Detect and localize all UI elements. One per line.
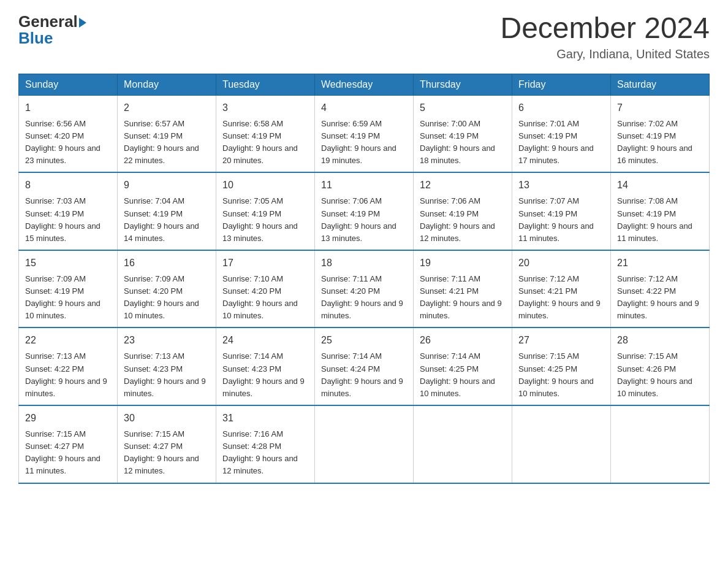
calendar-day-cell: 16 Sunrise: 7:09 AMSunset: 4:20 PMDaylig… [118,250,216,328]
day-info: Sunrise: 7:05 AMSunset: 4:19 PMDaylight:… [222,196,298,242]
calendar-day-cell: 27 Sunrise: 7:15 AMSunset: 4:25 PMDaylig… [512,327,611,405]
day-number: 20 [518,256,604,270]
calendar-day-cell: 4 Sunrise: 6:59 AMSunset: 4:19 PMDayligh… [315,95,414,172]
calendar-day-cell: 13 Sunrise: 7:07 AMSunset: 4:19 PMDaylig… [512,172,611,250]
calendar-day-cell: 2 Sunrise: 6:57 AMSunset: 4:19 PMDayligh… [118,95,216,172]
day-info: Sunrise: 7:13 AMSunset: 4:23 PMDaylight:… [124,351,206,397]
day-number: 28 [617,333,703,348]
calendar-day-cell: 30 Sunrise: 7:15 AMSunset: 4:27 PMDaylig… [118,405,216,483]
day-info: Sunrise: 7:14 AMSunset: 4:24 PMDaylight:… [321,351,403,397]
calendar-day-cell: 22 Sunrise: 7:13 AMSunset: 4:22 PMDaylig… [19,327,118,405]
day-number: 27 [518,333,604,348]
day-info: Sunrise: 7:00 AMSunset: 4:19 PMDaylight:… [420,119,495,165]
calendar-title-area: December 2024 Gary, Indiana, United Stat… [500,12,710,61]
day-info: Sunrise: 7:06 AMSunset: 4:19 PMDaylight:… [420,196,495,242]
day-info: Sunrise: 7:09 AMSunset: 4:20 PMDaylight:… [124,274,199,320]
calendar-day-cell: 17 Sunrise: 7:10 AMSunset: 4:20 PMDaylig… [216,250,315,328]
calendar-table: SundayMondayTuesdayWednesdayThursdayFrid… [18,74,710,484]
day-number: 15 [25,256,111,270]
calendar-day-cell: 28 Sunrise: 7:15 AMSunset: 4:26 PMDaylig… [611,327,710,405]
day-number: 19 [420,256,506,270]
day-number: 17 [222,256,308,270]
calendar-day-cell: 23 Sunrise: 7:13 AMSunset: 4:23 PMDaylig… [118,327,216,405]
calendar-day-cell: 19 Sunrise: 7:11 AMSunset: 4:21 PMDaylig… [414,250,512,328]
calendar-week-row: 22 Sunrise: 7:13 AMSunset: 4:22 PMDaylig… [19,327,710,405]
header-friday: Friday [512,74,611,95]
day-number: 14 [617,178,703,193]
calendar-day-cell: 25 Sunrise: 7:14 AMSunset: 4:24 PMDaylig… [315,327,414,405]
day-number: 10 [222,178,308,193]
calendar-empty-cell [512,405,611,483]
day-info: Sunrise: 7:09 AMSunset: 4:19 PMDaylight:… [25,274,100,320]
page-header: General Blue December 2024 Gary, Indiana… [18,12,710,61]
day-info: Sunrise: 7:11 AMSunset: 4:21 PMDaylight:… [420,274,502,320]
calendar-location: Gary, Indiana, United States [500,47,710,61]
header-saturday: Saturday [611,74,710,95]
day-number: 9 [124,178,210,193]
calendar-day-cell: 7 Sunrise: 7:02 AMSunset: 4:19 PMDayligh… [611,95,710,172]
day-number: 21 [617,256,703,270]
calendar-day-cell: 11 Sunrise: 7:06 AMSunset: 4:19 PMDaylig… [315,172,414,250]
day-info: Sunrise: 6:58 AMSunset: 4:19 PMDaylight:… [222,119,298,165]
calendar-day-cell: 26 Sunrise: 7:14 AMSunset: 4:25 PMDaylig… [414,327,512,405]
day-number: 25 [321,333,407,348]
calendar-day-cell: 18 Sunrise: 7:11 AMSunset: 4:20 PMDaylig… [315,250,414,328]
day-number: 1 [25,101,111,115]
day-info: Sunrise: 7:14 AMSunset: 4:25 PMDaylight:… [420,351,495,397]
calendar-day-cell: 6 Sunrise: 7:01 AMSunset: 4:19 PMDayligh… [512,95,611,172]
day-info: Sunrise: 6:57 AMSunset: 4:19 PMDaylight:… [124,119,199,165]
calendar-day-cell: 5 Sunrise: 7:00 AMSunset: 4:19 PMDayligh… [414,95,512,172]
calendar-empty-cell [414,405,512,483]
day-number: 5 [420,101,506,115]
calendar-day-cell: 29 Sunrise: 7:15 AMSunset: 4:27 PMDaylig… [19,405,118,483]
logo: General Blue [18,12,86,48]
day-info: Sunrise: 7:14 AMSunset: 4:23 PMDaylight:… [222,351,305,397]
day-info: Sunrise: 7:07 AMSunset: 4:19 PMDaylight:… [518,196,594,242]
day-number: 18 [321,256,407,270]
day-info: Sunrise: 7:15 AMSunset: 4:27 PMDaylight:… [25,429,100,475]
calendar-empty-cell [315,405,414,483]
day-info: Sunrise: 7:15 AMSunset: 4:26 PMDaylight:… [617,351,692,397]
calendar-week-row: 1 Sunrise: 6:56 AMSunset: 4:20 PMDayligh… [19,95,710,172]
day-info: Sunrise: 7:16 AMSunset: 4:28 PMDaylight:… [222,429,298,475]
calendar-day-cell: 9 Sunrise: 7:04 AMSunset: 4:19 PMDayligh… [118,172,216,250]
day-number: 12 [420,178,506,193]
calendar-day-cell: 3 Sunrise: 6:58 AMSunset: 4:19 PMDayligh… [216,95,315,172]
day-number: 13 [518,178,604,193]
day-info: Sunrise: 7:01 AMSunset: 4:19 PMDaylight:… [518,119,594,165]
day-info: Sunrise: 7:12 AMSunset: 4:22 PMDaylight:… [617,274,699,320]
calendar-day-cell: 31 Sunrise: 7:16 AMSunset: 4:28 PMDaylig… [216,405,315,483]
calendar-header-row: SundayMondayTuesdayWednesdayThursdayFrid… [19,74,710,95]
day-number: 2 [124,101,210,115]
day-info: Sunrise: 7:03 AMSunset: 4:19 PMDaylight:… [25,196,100,242]
day-number: 26 [420,333,506,348]
calendar-day-cell: 24 Sunrise: 7:14 AMSunset: 4:23 PMDaylig… [216,327,315,405]
calendar-day-cell: 21 Sunrise: 7:12 AMSunset: 4:22 PMDaylig… [611,250,710,328]
day-info: Sunrise: 7:15 AMSunset: 4:27 PMDaylight:… [124,429,199,475]
calendar-week-row: 8 Sunrise: 7:03 AMSunset: 4:19 PMDayligh… [19,172,710,250]
day-info: Sunrise: 7:02 AMSunset: 4:19 PMDaylight:… [617,119,692,165]
calendar-day-cell: 14 Sunrise: 7:08 AMSunset: 4:19 PMDaylig… [611,172,710,250]
day-info: Sunrise: 7:12 AMSunset: 4:21 PMDaylight:… [518,274,601,320]
day-number: 3 [222,101,308,115]
day-number: 11 [321,178,407,193]
day-info: Sunrise: 7:15 AMSunset: 4:25 PMDaylight:… [518,351,594,397]
day-number: 7 [617,101,703,115]
calendar-day-cell: 15 Sunrise: 7:09 AMSunset: 4:19 PMDaylig… [19,250,118,328]
logo-blue: Blue [18,29,53,48]
day-number: 31 [222,411,308,426]
header-thursday: Thursday [414,74,512,95]
calendar-day-cell: 8 Sunrise: 7:03 AMSunset: 4:19 PMDayligh… [19,172,118,250]
day-info: Sunrise: 6:59 AMSunset: 4:19 PMDaylight:… [321,119,396,165]
header-sunday: Sunday [19,74,118,95]
calendar-day-cell: 20 Sunrise: 7:12 AMSunset: 4:21 PMDaylig… [512,250,611,328]
day-info: Sunrise: 7:13 AMSunset: 4:22 PMDaylight:… [25,351,107,397]
day-number: 6 [518,101,604,115]
calendar-week-row: 29 Sunrise: 7:15 AMSunset: 4:27 PMDaylig… [19,405,710,483]
logo-triangle-icon [79,18,86,28]
day-info: Sunrise: 7:11 AMSunset: 4:20 PMDaylight:… [321,274,403,320]
calendar-day-cell: 1 Sunrise: 6:56 AMSunset: 4:20 PMDayligh… [19,95,118,172]
calendar-week-row: 15 Sunrise: 7:09 AMSunset: 4:19 PMDaylig… [19,250,710,328]
calendar-empty-cell [611,405,710,483]
calendar-day-cell: 12 Sunrise: 7:06 AMSunset: 4:19 PMDaylig… [414,172,512,250]
